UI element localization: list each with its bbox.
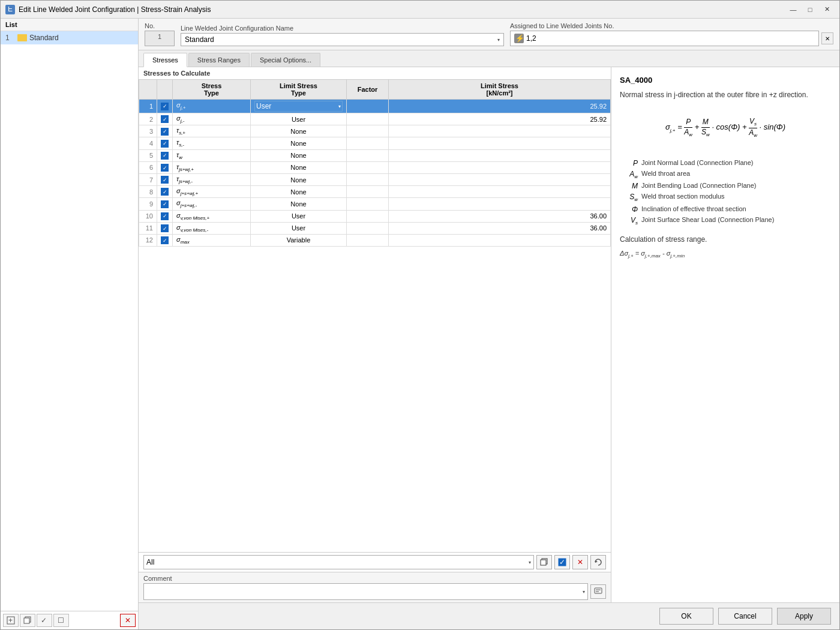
name-select-value: Standard — [185, 35, 214, 44]
row-factor — [347, 113, 389, 125]
check-all-button[interactable]: ✓ — [554, 555, 570, 569]
app-icon: E — [5, 5, 15, 14]
row-stress-type: τs,+ — [173, 125, 251, 137]
row-num: 4 — [139, 137, 157, 149]
comment-input[interactable]: ▾ — [143, 583, 588, 600]
name-field-group: Line Welded Joint Configuration Name Sta… — [181, 25, 504, 46]
maximize-button[interactable]: □ — [802, 4, 818, 16]
titlebar: E Edit Line Welded Joint Configuration |… — [1, 1, 839, 19]
tab-special-options[interactable]: Special Options... — [251, 53, 320, 67]
row-num: 5 — [139, 149, 157, 161]
cancel-button[interactable]: Cancel — [718, 608, 772, 625]
row-limit-select[interactable]: User ▾ — [254, 101, 343, 112]
row-limit-val: 25.92 — [389, 113, 611, 125]
assigned-clear-button[interactable]: ✕ — [821, 32, 833, 44]
row-checkbox-cell — [157, 125, 173, 137]
row-stress-type: σmax — [173, 234, 251, 246]
row-checkbox[interactable] — [161, 200, 169, 208]
no-value: 1 — [145, 31, 175, 46]
svg-text:✓: ✓ — [559, 558, 565, 566]
row-stress-type: σj+s+wj,+ — [173, 186, 251, 198]
formula-box: σj,+ = P Aw + M Sw · cos(Φ) + — [620, 110, 831, 152]
col-num — [139, 80, 157, 100]
table-row[interactable]: 2 σj,- User 25.92 — [139, 113, 611, 125]
table-row[interactable]: 9 σj+s+wj,- None — [139, 198, 611, 210]
svg-text:✓: ✓ — [41, 616, 47, 625]
table-row[interactable]: 5 τw None — [139, 149, 611, 161]
sidebar-copy-button[interactable] — [20, 614, 35, 627]
row-checkbox[interactable] — [161, 236, 169, 244]
name-select-chevron: ▾ — [497, 37, 500, 43]
refresh-icon — [594, 558, 602, 566]
svg-text:⚡: ⚡ — [515, 34, 524, 43]
config-header: No. 1 Line Welded Joint Configuration Na… — [139, 19, 839, 50]
row-checkbox[interactable] — [161, 188, 169, 196]
row-checkbox[interactable] — [161, 115, 169, 123]
row-limit-type: User — [251, 210, 347, 222]
stress-table: StressType Limit StressType Factor Limit… — [139, 79, 611, 552]
row-stress-type: σv,von Mises,- — [173, 222, 251, 234]
tab-stress-ranges[interactable]: Stress Ranges — [188, 53, 250, 67]
row-limit-type: None — [251, 125, 347, 137]
legend-sym-M: M — [620, 182, 638, 190]
tab-bar: Stresses Stress Ranges Special Options..… — [139, 50, 839, 67]
apply-button[interactable]: Apply — [777, 608, 831, 625]
row-limit-val: 36.00 — [389, 222, 611, 234]
row-checkbox[interactable] — [161, 103, 169, 110]
table-row[interactable]: 12 σmax Variable — [139, 234, 611, 246]
filter-value: All — [146, 558, 154, 566]
row-limit-type: None — [251, 149, 347, 161]
refresh-button[interactable] — [590, 555, 606, 569]
sidebar-add-button[interactable]: + — [3, 614, 19, 627]
close-button[interactable]: ✕ — [819, 4, 835, 16]
row-factor — [347, 149, 389, 161]
ok-button[interactable]: OK — [659, 608, 713, 625]
row-checkbox[interactable] — [161, 152, 169, 160]
sidebar-delete-button[interactable]: ✕ — [120, 614, 136, 627]
assigned-value: ⚡ 1,2 — [510, 31, 819, 46]
delete-button[interactable]: ✕ — [572, 555, 588, 569]
sidebar-item-standard[interactable]: 1 Standard — [1, 31, 138, 44]
legend-text-Vs: Joint Surface Shear Load (Connection Pla… — [641, 216, 774, 223]
sidebar-uncheck-button[interactable]: ☐ — [53, 614, 69, 627]
row-factor — [347, 186, 389, 198]
table-row[interactable]: 11 σv,von Mises,- User 36.00 — [139, 222, 611, 234]
row-checkbox[interactable] — [161, 164, 169, 172]
row-limit-type: User — [251, 222, 347, 234]
window-controls: — □ ✕ — [785, 4, 835, 16]
row-checkbox[interactable] — [161, 140, 169, 148]
row-factor — [347, 173, 389, 185]
copy-button[interactable] — [536, 555, 552, 569]
table-row[interactable]: 8 σj+s+wj,+ None — [139, 186, 611, 198]
row-limit-type: User ▾ — [251, 100, 347, 113]
table-row[interactable]: 10 σv,von Mises,+ User 36.00 — [139, 210, 611, 222]
table-row[interactable]: 1 σj,+ User ▾ — [139, 100, 611, 113]
sidebar-toolbar: + ✓ ☐ ✕ — [1, 611, 138, 629]
row-checkbox[interactable] — [161, 212, 169, 220]
row-limit-val — [389, 125, 611, 137]
row-checkbox[interactable] — [161, 176, 169, 184]
table-row[interactable]: 7 τjs+wj,- None — [139, 173, 611, 185]
filter-select[interactable]: All ▾ — [143, 555, 534, 569]
assigned-label: Assigned to Line Welded Joints No. — [510, 22, 833, 29]
main-content: List 1 Standard + ✓ ☐ — [1, 19, 839, 629]
row-checkbox-cell — [157, 234, 173, 246]
name-select[interactable]: Standard ▾ — [181, 33, 504, 46]
row-factor — [347, 100, 389, 113]
table-row[interactable]: 4 τs,- None — [139, 137, 611, 149]
no-field-group: No. 1 — [145, 22, 175, 46]
row-checkbox-cell — [157, 137, 173, 149]
row-factor — [347, 210, 389, 222]
legend-text-Phi: Inclination of effective throat section — [641, 205, 746, 212]
row-checkbox[interactable] — [161, 224, 169, 232]
tab-stresses[interactable]: Stresses — [143, 53, 187, 67]
comment-icon — [594, 587, 602, 596]
row-checkbox[interactable] — [161, 128, 169, 136]
minimize-button[interactable]: — — [785, 4, 801, 16]
table-row[interactable]: 3 τs,+ None — [139, 125, 611, 137]
info-desc: Normal stress in j-direction at the oute… — [620, 89, 831, 100]
comment-action-button[interactable] — [590, 584, 606, 599]
col-factor: Factor — [347, 80, 389, 100]
table-row[interactable]: 6 τjs+wj,+ None — [139, 161, 611, 173]
sidebar-check-button[interactable]: ✓ — [37, 614, 52, 627]
